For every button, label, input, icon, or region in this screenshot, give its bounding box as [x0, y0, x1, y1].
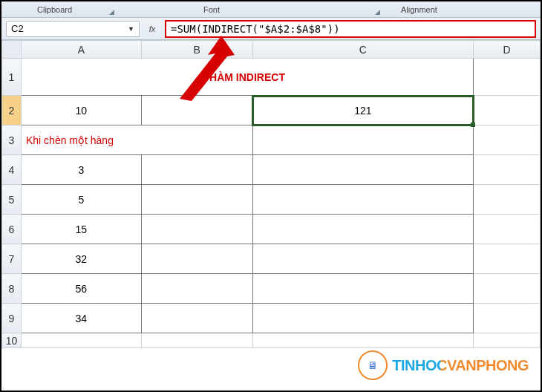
cell-c4[interactable]	[252, 155, 474, 185]
row-10: 10	[2, 333, 541, 348]
name-box-dropdown-icon[interactable]: ▼	[128, 25, 134, 33]
row-4: 4 3	[2, 155, 541, 185]
row-header[interactable]: 3	[2, 125, 22, 155]
name-box[interactable]: C2 ▼	[6, 21, 140, 37]
row-6: 6 15	[2, 215, 541, 244]
row-1: 1 HÀM INDIRECT	[2, 59, 541, 96]
cells-table: A B C D 1 HÀM INDIRECT 2 10 121 3 Khi ch…	[1, 40, 541, 348]
cell-a7[interactable]: 32	[21, 244, 141, 274]
cell-a3-note[interactable]: Khi chèn một hàng	[21, 125, 252, 155]
cell[interactable]	[474, 274, 541, 304]
row-2: 2 10 121	[2, 96, 541, 125]
cell-a2[interactable]: 10	[21, 96, 141, 125]
cell-c9[interactable]	[252, 304, 474, 333]
ribbon-group-bar: Clipboard ◢ Font ◢ Alignment	[1, 1, 541, 18]
row-header[interactable]: 9	[2, 304, 22, 333]
formula-input[interactable]	[171, 23, 530, 35]
cell-a8[interactable]: 56	[21, 274, 141, 304]
row-5: 5 5	[2, 185, 541, 215]
ribbon-dialog-launcher-icon[interactable]: ◢	[109, 8, 117, 16]
cell-c3[interactable]	[252, 125, 474, 155]
cell[interactable]	[474, 59, 541, 96]
title-cell[interactable]: HÀM INDIRECT	[21, 59, 473, 96]
cell-b5[interactable]	[141, 185, 252, 215]
cell[interactable]	[141, 333, 252, 348]
cell-a9[interactable]: 34	[21, 304, 141, 333]
cell-c8[interactable]	[252, 274, 474, 304]
row-9: 9 34	[2, 304, 541, 333]
cell-b8[interactable]	[141, 274, 252, 304]
cell[interactable]	[21, 333, 141, 348]
ribbon-group-alignment: Alignment	[401, 5, 437, 14]
cell[interactable]	[474, 155, 541, 185]
row-7: 7 32	[2, 244, 541, 274]
cell[interactable]	[474, 304, 541, 333]
row-header[interactable]: 2	[2, 96, 22, 125]
cell-b7[interactable]	[141, 244, 252, 274]
cell-a6[interactable]: 15	[21, 215, 141, 244]
cell-c6[interactable]	[252, 215, 474, 244]
cell-a5[interactable]: 5	[21, 185, 141, 215]
fx-icon[interactable]: fx	[144, 22, 160, 36]
cell-b6[interactable]	[141, 215, 252, 244]
select-all-corner[interactable]	[2, 41, 22, 59]
cell-c5[interactable]	[252, 185, 474, 215]
cell-b2[interactable]	[141, 96, 252, 125]
cell-b4[interactable]	[141, 155, 252, 185]
row-header[interactable]: 4	[2, 155, 22, 185]
cell[interactable]	[474, 244, 541, 274]
cell-c2-selected[interactable]: 121	[252, 96, 474, 125]
cell-b9[interactable]	[141, 304, 252, 333]
row-header[interactable]: 5	[2, 185, 22, 215]
name-box-value: C2	[11, 23, 24, 34]
cell-a4[interactable]: 3	[21, 155, 141, 185]
column-header-a[interactable]: A	[21, 41, 141, 59]
ribbon-group-font: Font	[203, 5, 220, 14]
cell[interactable]	[474, 96, 541, 125]
row-header[interactable]: 1	[2, 59, 22, 96]
row-3: 3 Khi chèn một hàng	[2, 125, 541, 155]
cell[interactable]	[252, 333, 474, 348]
column-header-d[interactable]: D	[474, 41, 541, 59]
row-8: 8 56	[2, 274, 541, 304]
row-header[interactable]: 10	[2, 333, 22, 348]
formula-bar-buttons: fx	[144, 22, 160, 36]
row-header[interactable]: 8	[2, 274, 22, 304]
formula-input-highlight	[165, 20, 536, 38]
row-header[interactable]: 6	[2, 215, 22, 244]
ribbon-dialog-launcher-icon[interactable]: ◢	[375, 8, 382, 16]
row-header[interactable]: 7	[2, 244, 22, 274]
spreadsheet-grid[interactable]: A B C D 1 HÀM INDIRECT 2 10 121 3 Khi ch…	[1, 40, 541, 391]
cell[interactable]	[474, 215, 541, 244]
cell[interactable]	[474, 333, 541, 348]
column-header-c[interactable]: C	[252, 41, 474, 59]
formula-bar: C2 ▼ fx	[1, 18, 541, 40]
cell[interactable]	[474, 125, 541, 155]
column-header-row: A B C D	[2, 41, 541, 59]
cell[interactable]	[474, 185, 541, 215]
ribbon-group-clipboard: Clipboard	[37, 5, 72, 14]
cell-c7[interactable]	[252, 244, 474, 274]
column-header-b[interactable]: B	[141, 41, 252, 59]
